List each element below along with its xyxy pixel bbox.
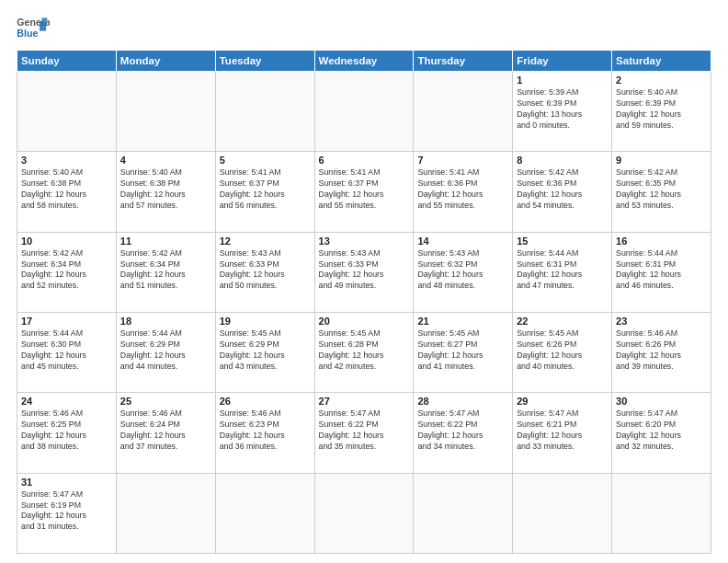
calendar-cell: 23Sunrise: 5:46 AMSunset: 6:26 PMDayligh… xyxy=(612,312,711,392)
calendar-cell: 26Sunrise: 5:46 AMSunset: 6:23 PMDayligh… xyxy=(215,393,314,473)
day-info: Sunrise: 5:47 AMSunset: 6:20 PMDaylight:… xyxy=(616,408,707,453)
day-number: 31 xyxy=(21,477,112,488)
day-info: Sunrise: 5:46 AMSunset: 6:24 PMDaylight:… xyxy=(120,408,211,453)
weekday-header-saturday: Saturday xyxy=(612,51,711,72)
calendar-cell: 9Sunrise: 5:42 AMSunset: 6:35 PMDaylight… xyxy=(612,152,711,232)
day-info: Sunrise: 5:43 AMSunset: 6:33 PMDaylight:… xyxy=(220,248,311,293)
day-info: Sunrise: 5:43 AMSunset: 6:32 PMDaylight:… xyxy=(417,248,508,293)
calendar-table: SundayMondayTuesdayWednesdayThursdayFrid… xyxy=(17,50,711,554)
day-info: Sunrise: 5:46 AMSunset: 6:26 PMDaylight:… xyxy=(616,328,707,373)
calendar-cell xyxy=(116,473,215,553)
calendar-week-row: 31Sunrise: 5:47 AMSunset: 6:19 PMDayligh… xyxy=(17,473,711,553)
calendar-cell: 24Sunrise: 5:46 AMSunset: 6:25 PMDayligh… xyxy=(17,393,117,473)
calendar-cell: 21Sunrise: 5:45 AMSunset: 6:27 PMDayligh… xyxy=(414,312,513,392)
day-number: 6 xyxy=(319,155,410,166)
day-number: 23 xyxy=(616,316,707,327)
day-info: Sunrise: 5:45 AMSunset: 6:27 PMDaylight:… xyxy=(417,328,508,373)
day-number: 29 xyxy=(517,396,608,407)
calendar-week-row: 17Sunrise: 5:44 AMSunset: 6:30 PMDayligh… xyxy=(17,312,711,392)
calendar-cell: 5Sunrise: 5:41 AMSunset: 6:37 PMDaylight… xyxy=(215,152,314,232)
day-info: Sunrise: 5:40 AMSunset: 6:38 PMDaylight:… xyxy=(21,167,112,212)
calendar-cell: 18Sunrise: 5:44 AMSunset: 6:29 PMDayligh… xyxy=(116,312,215,392)
day-info: Sunrise: 5:44 AMSunset: 6:30 PMDaylight:… xyxy=(21,328,112,373)
day-info: Sunrise: 5:47 AMSunset: 6:21 PMDaylight:… xyxy=(517,408,608,453)
calendar-cell: 22Sunrise: 5:45 AMSunset: 6:26 PMDayligh… xyxy=(513,312,612,392)
calendar-cell: 29Sunrise: 5:47 AMSunset: 6:21 PMDayligh… xyxy=(513,393,612,473)
weekday-header-tuesday: Tuesday xyxy=(215,51,314,72)
calendar-cell xyxy=(314,473,414,553)
day-info: Sunrise: 5:44 AMSunset: 6:31 PMDaylight:… xyxy=(517,248,608,293)
calendar-cell xyxy=(215,72,314,152)
calendar-cell: 3Sunrise: 5:40 AMSunset: 6:38 PMDaylight… xyxy=(17,152,117,232)
day-number: 21 xyxy=(417,316,508,327)
calendar-cell: 10Sunrise: 5:42 AMSunset: 6:34 PMDayligh… xyxy=(17,232,117,312)
day-info: Sunrise: 5:44 AMSunset: 6:31 PMDaylight:… xyxy=(616,248,707,293)
day-number: 13 xyxy=(319,236,410,247)
calendar-cell: 15Sunrise: 5:44 AMSunset: 6:31 PMDayligh… xyxy=(513,232,612,312)
weekday-header-friday: Friday xyxy=(513,51,612,72)
calendar-cell: 14Sunrise: 5:43 AMSunset: 6:32 PMDayligh… xyxy=(414,232,513,312)
calendar-cell xyxy=(17,72,117,152)
day-number: 16 xyxy=(616,236,707,247)
calendar-cell xyxy=(414,72,513,152)
day-info: Sunrise: 5:46 AMSunset: 6:25 PMDaylight:… xyxy=(21,408,112,453)
day-number: 10 xyxy=(21,236,112,247)
calendar-cell: 30Sunrise: 5:47 AMSunset: 6:20 PMDayligh… xyxy=(612,393,711,473)
day-number: 20 xyxy=(319,316,410,327)
day-info: Sunrise: 5:41 AMSunset: 6:37 PMDaylight:… xyxy=(220,167,311,212)
generalblue-logo-icon: General Blue xyxy=(17,15,50,42)
day-number: 3 xyxy=(21,155,112,166)
day-info: Sunrise: 5:45 AMSunset: 6:29 PMDaylight:… xyxy=(220,328,311,373)
day-info: Sunrise: 5:45 AMSunset: 6:28 PMDaylight:… xyxy=(319,328,410,373)
calendar-week-row: 1Sunrise: 5:39 AMSunset: 6:39 PMDaylight… xyxy=(17,72,711,152)
calendar-cell: 17Sunrise: 5:44 AMSunset: 6:30 PMDayligh… xyxy=(17,312,117,392)
day-number: 9 xyxy=(616,155,707,166)
calendar-week-row: 3Sunrise: 5:40 AMSunset: 6:38 PMDaylight… xyxy=(17,152,711,232)
day-info: Sunrise: 5:47 AMSunset: 6:19 PMDaylight:… xyxy=(21,489,112,534)
day-number: 1 xyxy=(517,75,608,86)
calendar-cell: 6Sunrise: 5:41 AMSunset: 6:37 PMDaylight… xyxy=(314,152,414,232)
calendar-cell: 20Sunrise: 5:45 AMSunset: 6:28 PMDayligh… xyxy=(314,312,414,392)
day-info: Sunrise: 5:44 AMSunset: 6:29 PMDaylight:… xyxy=(120,328,211,373)
day-info: Sunrise: 5:42 AMSunset: 6:34 PMDaylight:… xyxy=(120,248,211,293)
calendar-header-row: SundayMondayTuesdayWednesdayThursdayFrid… xyxy=(17,51,711,72)
day-info: Sunrise: 5:41 AMSunset: 6:37 PMDaylight:… xyxy=(319,167,410,212)
calendar-cell: 8Sunrise: 5:42 AMSunset: 6:36 PMDaylight… xyxy=(513,152,612,232)
day-number: 22 xyxy=(517,316,608,327)
day-info: Sunrise: 5:42 AMSunset: 6:36 PMDaylight:… xyxy=(517,167,608,212)
day-number: 27 xyxy=(319,396,410,407)
calendar-cell: 31Sunrise: 5:47 AMSunset: 6:19 PMDayligh… xyxy=(17,473,117,553)
calendar-cell: 28Sunrise: 5:47 AMSunset: 6:22 PMDayligh… xyxy=(414,393,513,473)
day-number: 2 xyxy=(616,75,707,86)
calendar-cell xyxy=(116,72,215,152)
calendar-cell: 11Sunrise: 5:42 AMSunset: 6:34 PMDayligh… xyxy=(116,232,215,312)
day-number: 18 xyxy=(120,316,211,327)
day-info: Sunrise: 5:45 AMSunset: 6:26 PMDaylight:… xyxy=(517,328,608,373)
day-number: 17 xyxy=(21,316,112,327)
calendar-cell: 25Sunrise: 5:46 AMSunset: 6:24 PMDayligh… xyxy=(116,393,215,473)
day-number: 8 xyxy=(517,155,608,166)
calendar-cell xyxy=(513,473,612,553)
day-number: 25 xyxy=(120,396,211,407)
day-info: Sunrise: 5:40 AMSunset: 6:39 PMDaylight:… xyxy=(616,87,707,132)
calendar-cell: 19Sunrise: 5:45 AMSunset: 6:29 PMDayligh… xyxy=(215,312,314,392)
day-number: 14 xyxy=(417,236,508,247)
header: General Blue xyxy=(17,15,711,42)
calendar-cell: 2Sunrise: 5:40 AMSunset: 6:39 PMDaylight… xyxy=(612,72,711,152)
calendar-week-row: 10Sunrise: 5:42 AMSunset: 6:34 PMDayligh… xyxy=(17,232,711,312)
day-info: Sunrise: 5:43 AMSunset: 6:33 PMDaylight:… xyxy=(319,248,410,293)
calendar-week-row: 24Sunrise: 5:46 AMSunset: 6:25 PMDayligh… xyxy=(17,393,711,473)
day-info: Sunrise: 5:47 AMSunset: 6:22 PMDaylight:… xyxy=(417,408,508,453)
calendar-cell: 4Sunrise: 5:40 AMSunset: 6:38 PMDaylight… xyxy=(116,152,215,232)
calendar-cell xyxy=(314,72,414,152)
day-number: 12 xyxy=(220,236,311,247)
logo: General Blue xyxy=(17,15,50,42)
day-number: 7 xyxy=(417,155,508,166)
weekday-header-thursday: Thursday xyxy=(414,51,513,72)
day-number: 30 xyxy=(616,396,707,407)
calendar-cell xyxy=(414,473,513,553)
day-info: Sunrise: 5:41 AMSunset: 6:36 PMDaylight:… xyxy=(417,167,508,212)
calendar-cell: 7Sunrise: 5:41 AMSunset: 6:36 PMDaylight… xyxy=(414,152,513,232)
day-number: 5 xyxy=(220,155,311,166)
day-info: Sunrise: 5:42 AMSunset: 6:34 PMDaylight:… xyxy=(21,248,112,293)
